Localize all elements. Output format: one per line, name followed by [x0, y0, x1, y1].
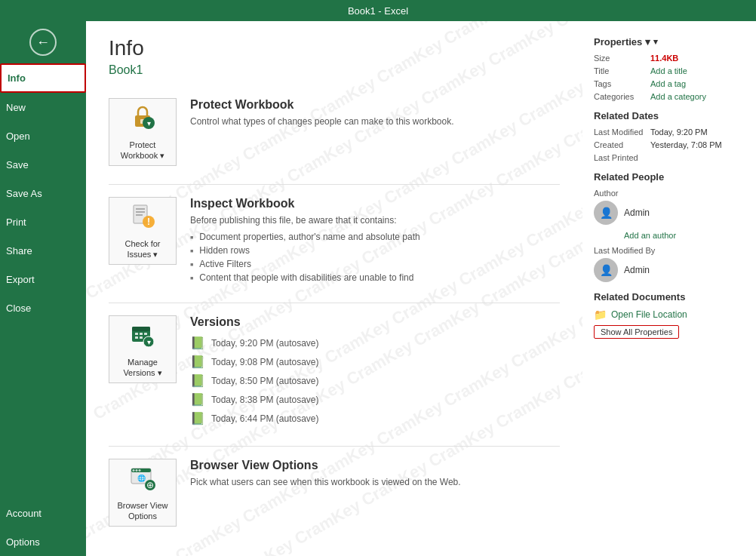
- svg-rect-14: [144, 333, 147, 335]
- sidebar-item-label: Open: [6, 131, 30, 142]
- created-label: Created: [594, 140, 650, 149]
- sidebar-item-label: Close: [6, 303, 31, 314]
- check-issues-button[interactable]: ! Check forIssues ▾: [109, 197, 177, 265]
- svg-text:▾: ▾: [147, 338, 151, 346]
- sidebar-item-label: Print: [6, 217, 26, 228]
- sidebar-item-label: Export: [6, 274, 35, 285]
- svg-point-21: [133, 469, 135, 472]
- sidebar-item-label: Info: [8, 72, 26, 84]
- svg-text:🌐: 🌐: [137, 474, 146, 483]
- manage-versions-button[interactable]: ▾ ManageVersions ▾: [109, 315, 177, 383]
- related-dates-label: Related Dates: [594, 110, 745, 121]
- version-item[interactable]: 📗 Today, 9:08 PM (autosave): [190, 352, 560, 371]
- title-bar: Book1 - Excel: [0, 0, 756, 21]
- show-all-properties-button[interactable]: Show All Properties: [594, 325, 679, 339]
- svg-rect-13: [140, 333, 143, 335]
- bullet-item: Hidden rows: [190, 244, 560, 257]
- last-modified-by-name: Admin: [624, 265, 650, 275]
- sidebar-item-label: Save As: [6, 188, 42, 199]
- last-modified-value: Today, 9:20 PM: [650, 127, 708, 137]
- size-label: Size: [594, 54, 650, 63]
- protect-title: Protect Workbook: [190, 98, 560, 112]
- browser-desc: Pick what users can see when this workbo…: [190, 477, 560, 487]
- calendar-icon: ▾: [129, 321, 156, 354]
- author-avatar: 👤: [594, 201, 618, 225]
- content-area: CramKey CramKey CramKey CramKey CramKey …: [86, 21, 582, 556]
- svg-point-22: [136, 469, 138, 472]
- inspect-title: Inspect Workbook: [190, 197, 560, 210]
- protect-section: ▾ ProtectWorkbook ▾ Protect Workbook Con…: [109, 92, 560, 172]
- sidebar-item-export[interactable]: Export: [0, 265, 86, 293]
- sidebar-item-label: Save: [6, 159, 29, 170]
- categories-value[interactable]: Add a category: [650, 92, 706, 101]
- bullet-item: Content that people with disabilities ar…: [190, 271, 560, 284]
- browser-title: Browser View Options: [190, 459, 560, 472]
- divider-1: [109, 184, 560, 185]
- svg-point-23: [139, 469, 141, 472]
- version-item[interactable]: 📗 Today, 8:38 PM (autosave): [190, 390, 560, 409]
- sidebar-item-account[interactable]: Account: [0, 499, 86, 527]
- excel-icon: 📗: [190, 373, 205, 388]
- properties-dropdown[interactable]: Properties ▾: [594, 36, 745, 48]
- svg-rect-11: [132, 327, 150, 331]
- sidebar-item-info[interactable]: Info: [0, 63, 86, 93]
- last-modified-label: Last Modified: [594, 127, 650, 137]
- sidebar-item-close[interactable]: Close: [0, 293, 86, 322]
- excel-icon: 📗: [190, 411, 205, 425]
- author-label: Author: [594, 189, 745, 198]
- related-docs-label: Related Documents: [594, 291, 745, 303]
- sidebar-item-new[interactable]: New: [0, 93, 86, 121]
- svg-text:▾: ▾: [147, 119, 151, 127]
- excel-icon: 📗: [190, 355, 205, 369]
- sidebar-item-print[interactable]: Print: [0, 207, 86, 236]
- open-file-location-link[interactable]: 📁 Open File Location: [594, 309, 745, 321]
- last-printed-label: Last Printed: [594, 153, 650, 162]
- back-icon: ←: [29, 29, 57, 56]
- tags-label: Tags: [594, 79, 650, 88]
- version-item[interactable]: 📗 Today, 8:50 PM (autosave): [190, 371, 560, 390]
- back-button[interactable]: ←: [0, 21, 86, 63]
- title-value[interactable]: Add a title: [650, 66, 687, 75]
- svg-rect-15: [135, 336, 138, 339]
- last-modified-avatar: 👤: [594, 258, 618, 282]
- versions-section: ▾ ManageVersions ▾ Versions 📗 Today, 9:2…: [109, 309, 560, 434]
- version-item[interactable]: 📗 Today, 9:20 PM (autosave): [190, 333, 560, 352]
- protect-desc: Control what types of changes people can…: [190, 116, 560, 127]
- sidebar-item-label: Account: [6, 508, 41, 519]
- sidebar-item-open[interactable]: Open: [0, 121, 86, 150]
- svg-text:⊕: ⊕: [146, 480, 154, 490]
- version-item[interactable]: 📗 Today, 6:44 PM (autosave): [190, 409, 560, 428]
- tags-value[interactable]: Add a tag: [650, 79, 686, 88]
- title-label: Title: [594, 66, 650, 75]
- sidebar-item-options[interactable]: Options: [0, 527, 86, 556]
- browser-section: 🌐 ⊕ Browser ViewOptions Browser View Opt…: [109, 453, 560, 533]
- protect-workbook-button[interactable]: ▾ ProtectWorkbook ▾: [109, 98, 177, 166]
- excel-icon: 📗: [190, 336, 205, 350]
- related-people-label: Related People: [594, 171, 745, 183]
- browser-icon: 🌐 ⊕: [129, 464, 156, 497]
- file-name: Book1: [109, 63, 560, 77]
- divider-2: [109, 303, 560, 303]
- inspect-bullets: Document properties, author's name and a…: [190, 230, 560, 284]
- folder-icon: 📁: [594, 309, 607, 321]
- lock-icon: ▾: [129, 103, 156, 137]
- excel-icon: 📗: [190, 392, 205, 407]
- created-value: Yesterday, 7:08 PM: [650, 140, 722, 149]
- right-panel: Properties ▾ Size 11.4KB Title Add a tit…: [582, 21, 756, 556]
- sidebar-item-share[interactable]: Share: [0, 236, 86, 265]
- sidebar-item-saveas[interactable]: Save As: [0, 179, 86, 207]
- protect-icon-label: ProtectWorkbook ▾: [121, 140, 164, 161]
- page-title: Info: [109, 36, 560, 60]
- last-modified-by-row: 👤 Admin: [594, 258, 745, 282]
- inspect-icon: !: [129, 202, 156, 235]
- add-author-link[interactable]: Add an author: [624, 231, 745, 240]
- inspect-section: ! Check forIssues ▾ Inspect Workbook Bef…: [109, 191, 560, 290]
- sidebar: ← Info New Open Save Save As Print Share…: [0, 21, 86, 556]
- sidebar-item-save[interactable]: Save: [0, 150, 86, 179]
- browser-view-button[interactable]: 🌐 ⊕ Browser ViewOptions: [109, 459, 177, 527]
- browser-icon-label: Browser ViewOptions: [117, 500, 167, 522]
- inspect-desc: Before publishing this file, be aware th…: [190, 215, 560, 226]
- svg-rect-16: [140, 336, 143, 339]
- sidebar-item-label: Options: [6, 536, 40, 548]
- author-row: 👤 Admin: [594, 201, 745, 225]
